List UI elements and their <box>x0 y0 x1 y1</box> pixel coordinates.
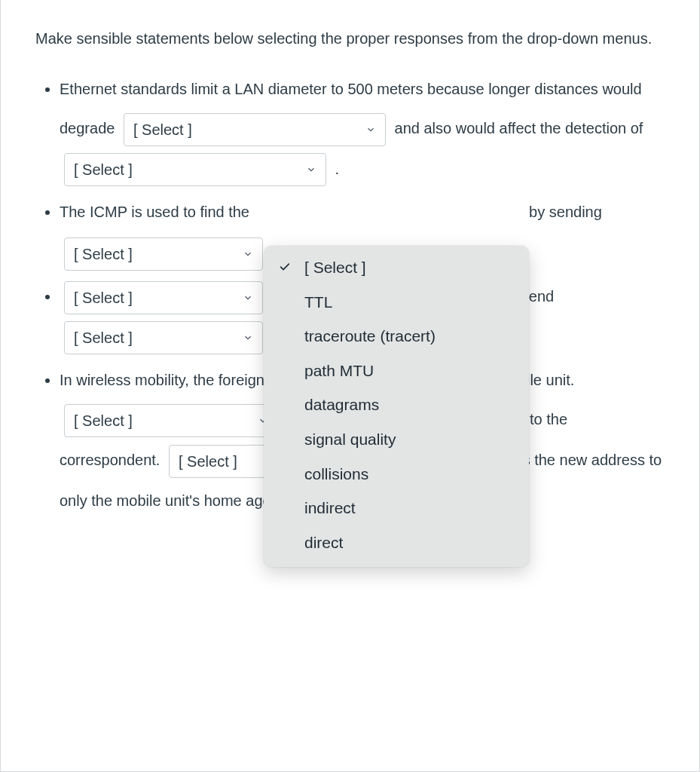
b1-text-2: and also would affect the detection of <box>395 120 643 136</box>
select-b3-b[interactable]: [ Select ] <box>64 321 263 354</box>
dropdown-option-label: datagrams <box>304 396 379 413</box>
select-b4-b-value: [ Select ] <box>179 452 237 470</box>
select-b3-a[interactable]: [ Select ] <box>64 281 263 314</box>
dropdown-option-label: direct <box>304 534 343 551</box>
dropdown-option[interactable]: signal quality <box>264 422 529 457</box>
chevron-down-icon <box>306 164 316 175</box>
bullet-1: Ethernet standards limit a LAN diameter … <box>60 69 665 189</box>
dropdown-option-label: indirect <box>304 499 356 516</box>
select-b3-a-value: [ Select ] <box>74 289 133 307</box>
chevron-down-icon <box>365 124 376 135</box>
select-b4-a[interactable]: [ Select ] <box>64 404 278 437</box>
select-b3-b-value: [ Select ] <box>74 329 133 347</box>
dropdown-option-label: collisions <box>304 465 368 482</box>
dropdown-option[interactable]: traceroute (tracert) <box>264 319 529 354</box>
dropdown-option-label: TTL <box>304 293 332 311</box>
dropdown-option[interactable]: collisions <box>264 457 529 492</box>
select-b4-a-value: [ Select ] <box>74 412 133 430</box>
select-b1-a[interactable]: [ Select ] <box>124 113 386 146</box>
select-b2-b-value: [ Select ] <box>74 245 133 263</box>
dropdown-option[interactable]: direct <box>264 525 529 560</box>
instructions-text: Make sensible statements below selecting… <box>35 26 665 51</box>
select-b1-a-value: [ Select ] <box>133 121 192 139</box>
b1-text-3: . <box>335 161 340 177</box>
dropdown-option-label: signal quality <box>304 430 396 448</box>
select-b1-b-value: [ Select ] <box>74 161 133 179</box>
dropdown-option-label: traceroute (tracert) <box>304 327 436 345</box>
b2-text-1: The ICMP is used to find the <box>60 204 254 220</box>
question-frame: Make sensible statements below selecting… <box>0 0 700 772</box>
b2-text-2: by sending <box>529 204 602 220</box>
select-b1-b[interactable]: [ Select ] <box>64 153 326 186</box>
dropdown-option-label: path MTU <box>304 362 374 379</box>
dropdown-option-selected[interactable]: [ Select ] <box>264 250 529 285</box>
dropdown-option[interactable]: indirect <box>264 491 529 525</box>
select-b2-b[interactable]: [ Select ] <box>64 237 263 271</box>
dropdown-option[interactable]: TTL <box>264 285 529 320</box>
check-icon <box>279 255 291 280</box>
chevron-down-icon <box>243 332 253 343</box>
dropdown-option-label: [ Select ] <box>304 259 366 276</box>
chevron-down-icon <box>243 293 253 303</box>
dropdown-panel[interactable]: [ Select ] TTL traceroute (tracert) path… <box>264 246 529 567</box>
dropdown-option[interactable]: datagrams <box>264 388 529 422</box>
dropdown-option[interactable]: path MTU <box>264 354 529 388</box>
chevron-down-icon <box>243 249 253 259</box>
